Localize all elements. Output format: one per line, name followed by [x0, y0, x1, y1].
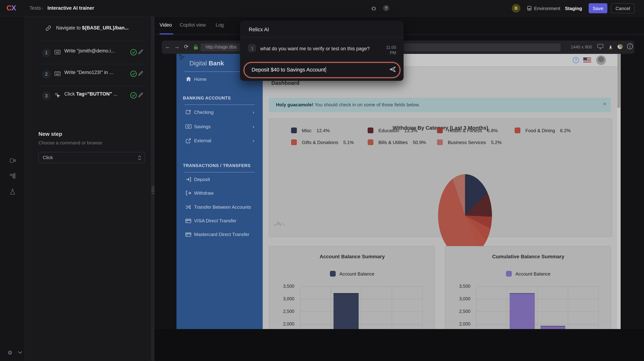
- legend-item[interactable]: Education13.3%: [368, 127, 418, 133]
- browser-back-icon[interactable]: ←: [165, 43, 170, 49]
- link-icon: [46, 25, 51, 31]
- step-navigate[interactable]: Navigate to ${BASE_URL}/ban...: [56, 25, 129, 30]
- video-viewport[interactable]: Digital Bank Home BANKING ACCOUNTS Check…: [176, 54, 617, 329]
- nav-transfer-between-accounts[interactable]: Transfer Between Accounts: [194, 204, 251, 210]
- nav-checking[interactable]: Checking: [194, 110, 214, 115]
- click-cursor-icon: [54, 92, 60, 98]
- step-number: 3: [42, 92, 51, 100]
- bar[interactable]: [540, 326, 565, 329]
- step-success-icon: [130, 92, 137, 99]
- y-tick: 3,500: [445, 284, 470, 289]
- bar-chart-legend[interactable]: Account Balance: [269, 271, 435, 277]
- message-timestamp: 11:00PM: [383, 45, 396, 56]
- new-step-title: New step: [38, 131, 62, 137]
- nav-home[interactable]: Home: [194, 76, 206, 82]
- sparkline-icon: [274, 221, 286, 226]
- popup-title: Relicx AI: [249, 26, 269, 32]
- command-select[interactable]: Click: [38, 152, 145, 163]
- help-icon[interactable]: ?: [383, 5, 389, 11]
- divider: [40, 85, 145, 86]
- bar[interactable]: [510, 293, 535, 329]
- scrollbar-thumb[interactable]: [618, 54, 620, 108]
- nav-external[interactable]: External: [194, 138, 211, 143]
- bar[interactable]: [334, 293, 359, 329]
- viewport-resolution: 1440 x 900: [571, 44, 592, 49]
- video-camera-icon[interactable]: [10, 158, 16, 163]
- legend-item[interactable]: Bills & Utilities50.9%: [368, 139, 426, 145]
- alert-close-icon[interactable]: ✕: [603, 101, 606, 107]
- step-row[interactable]: Write "jsmith@demo.i...: [64, 48, 115, 53]
- tab-video[interactable]: Video: [160, 22, 172, 28]
- gear-icon[interactable]: ⚙: [8, 350, 12, 356]
- cancel-button[interactable]: Cancel: [611, 3, 635, 13]
- info-icon[interactable]: [627, 43, 633, 49]
- bank-help-icon[interactable]: ?: [573, 57, 579, 63]
- checking-icon: [186, 110, 191, 115]
- flask-icon[interactable]: [10, 189, 16, 195]
- nav-withdraw[interactable]: Withdraw: [194, 190, 214, 196]
- new-step-subtitle: Choose a command or browse: [38, 140, 102, 145]
- step-number: 2: [42, 70, 51, 79]
- nav-deposit[interactable]: Deposit: [194, 177, 210, 182]
- environment-label: Environment: [534, 6, 560, 11]
- legend-item[interactable]: Food & Dining6.2%: [514, 127, 571, 133]
- video-player-bar: [154, 329, 644, 361]
- bank-logo: Digital Bank: [190, 60, 224, 67]
- edit-pencil-icon[interactable]: [138, 71, 144, 76]
- left-icon-rail: ⚙ +: [0, 16, 25, 361]
- breadcrumb-separator: ›: [41, 5, 43, 11]
- assistant-message: what do you want me to verify or test on…: [260, 46, 370, 51]
- divider: [184, 172, 255, 172]
- legend-item[interactable]: Business Services5.2%: [437, 139, 502, 145]
- send-icon[interactable]: [389, 66, 396, 72]
- top-bar: CX Tests › Interactive AI trainer ? B En…: [0, 0, 644, 16]
- nav-visa-direct-transfer[interactable]: VISA Direct Transfer: [194, 218, 236, 223]
- us-flag-icon[interactable]: [583, 57, 591, 62]
- withdraw-icon: [186, 191, 191, 195]
- chevron-right-icon: ›: [253, 109, 254, 115]
- drag-handle[interactable]: [151, 186, 154, 194]
- browser-forward-icon[interactable]: →: [174, 43, 180, 49]
- url-text: http://stage.dba: [206, 44, 236, 49]
- edit-pencil-icon[interactable]: [138, 49, 144, 55]
- savings-icon: [186, 124, 192, 129]
- user-avatar[interactable]: B: [512, 4, 520, 12]
- save-button[interactable]: Save: [589, 3, 607, 13]
- sitemap-icon[interactable]: [10, 173, 16, 179]
- bug-icon[interactable]: [371, 5, 376, 11]
- step-row[interactable]: Click Tag="BUTTON" ...: [64, 91, 117, 97]
- chat-bubble-icon: :): [248, 44, 256, 52]
- divider: [40, 64, 145, 64]
- y-tick: 3,000: [269, 296, 294, 301]
- chevron-right-icon: ›: [253, 138, 254, 143]
- test-steps-panel: Navigate to ${BASE_URL}/ban... 1 Write "…: [25, 16, 151, 361]
- ssl-unlock-icon: [193, 44, 198, 50]
- tab-log[interactable]: Log: [216, 22, 224, 28]
- text-caret: [326, 67, 326, 72]
- divider: [40, 40, 145, 41]
- transfer-icon: [186, 205, 191, 209]
- edit-pencil-icon[interactable]: [138, 92, 144, 98]
- y-tick: 2,500: [445, 309, 470, 314]
- legend-item[interactable]: Gifts & Donations5.1%: [291, 139, 354, 145]
- environment-value[interactable]: Staging: [565, 6, 582, 11]
- legend-item[interactable]: Health & Fitness6.8%: [437, 127, 498, 133]
- legend-item[interactable]: Misc12.4%: [291, 127, 330, 133]
- y-tick: 2,000: [269, 322, 294, 327]
- tab-copilot-view[interactable]: Copilot view: [180, 22, 206, 28]
- step-row[interactable]: Write "Demo123!" in ...: [64, 70, 113, 75]
- breadcrumb-tests[interactable]: Tests: [30, 5, 41, 11]
- bar-chart-legend[interactable]: Account Balance: [445, 271, 611, 277]
- alert-text: Holy guacamole! You should check in on s…: [276, 102, 420, 107]
- chevron-down-icon[interactable]: [18, 351, 22, 354]
- cx-logo[interactable]: CX: [6, 4, 16, 12]
- nav-savings[interactable]: Savings: [194, 124, 211, 129]
- monitor-icon[interactable]: [597, 44, 604, 49]
- browser-reload-icon[interactable]: ⟳: [184, 43, 188, 50]
- y-tick: 3,500: [269, 284, 294, 289]
- section-banking-accounts: BANKING ACCOUNTS: [183, 95, 231, 101]
- plot-area: [476, 286, 599, 329]
- bank-user-avatar[interactable]: [596, 55, 606, 65]
- nav-mastercard-direct-transfer[interactable]: Mastercard Direct Transfer: [194, 232, 250, 237]
- step-success-icon: [130, 70, 137, 77]
